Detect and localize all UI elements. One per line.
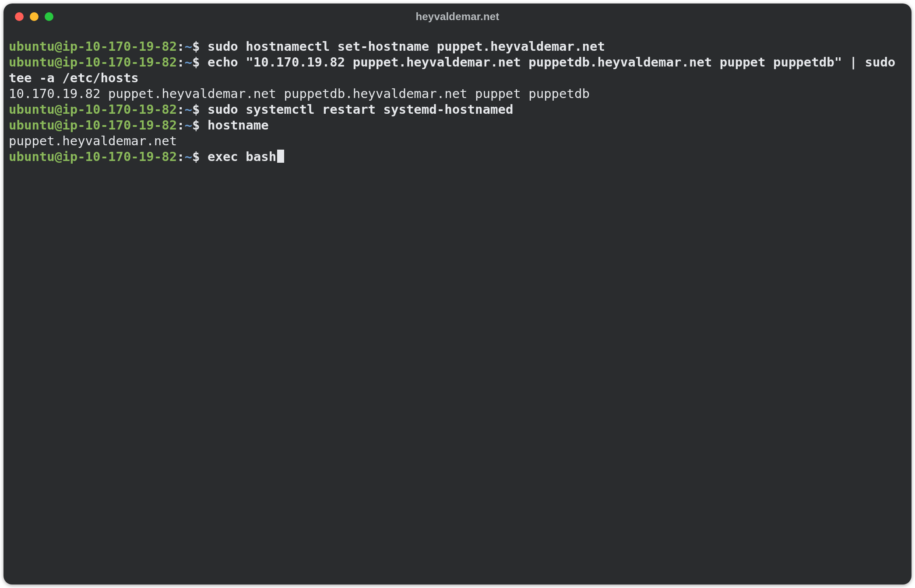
command-text: hostname [208, 118, 269, 133]
prompt-separator: : [177, 149, 184, 164]
window-controls [15, 12, 53, 21]
prompt-path: ~ [185, 102, 192, 117]
prompt-separator: : [177, 102, 184, 117]
prompt-separator: : [177, 118, 184, 133]
prompt-dollar: $ [192, 55, 208, 70]
window-title: heyvaldemar.net [415, 10, 499, 23]
prompt-dollar: $ [192, 149, 208, 164]
prompt-user-host: ubuntu@ip-10-170-19-82 [9, 39, 177, 54]
command-text: exec bash [208, 149, 276, 164]
minimize-icon[interactable] [30, 12, 39, 21]
prompt-separator: : [177, 55, 184, 70]
prompt-user-host: ubuntu@ip-10-170-19-82 [9, 149, 177, 164]
prompt-user-host: ubuntu@ip-10-170-19-82 [9, 118, 177, 133]
command-text: sudo hostnamectl set-hostname puppet.hey… [208, 39, 605, 54]
terminal-window: heyvaldemar.net ubuntu@ip-10-170-19-82:~… [4, 4, 911, 584]
prompt-user-host: ubuntu@ip-10-170-19-82 [9, 55, 177, 70]
prompt-separator: : [177, 39, 184, 54]
prompt-dollar: $ [192, 39, 208, 54]
prompt-dollar: $ [192, 118, 208, 133]
prompt-path: ~ [185, 118, 192, 133]
prompt-dollar: $ [192, 102, 208, 117]
terminal-body[interactable]: ubuntu@ip-10-170-19-82:~$ sudo hostnamec… [4, 30, 911, 584]
cursor-icon [277, 150, 284, 163]
prompt-path: ~ [185, 55, 192, 70]
output-text: 10.170.19.82 puppet.heyvaldemar.net pupp… [9, 86, 590, 101]
close-icon[interactable] [15, 12, 24, 21]
prompt-path: ~ [185, 39, 192, 54]
zoom-icon[interactable] [45, 12, 53, 21]
output-text: puppet.heyvaldemar.net [9, 133, 177, 148]
command-text: sudo systemctl restart systemd-hostnamed [208, 102, 513, 117]
prompt-path: ~ [185, 149, 192, 164]
prompt-user-host: ubuntu@ip-10-170-19-82 [9, 102, 177, 117]
titlebar: heyvaldemar.net [4, 4, 911, 30]
